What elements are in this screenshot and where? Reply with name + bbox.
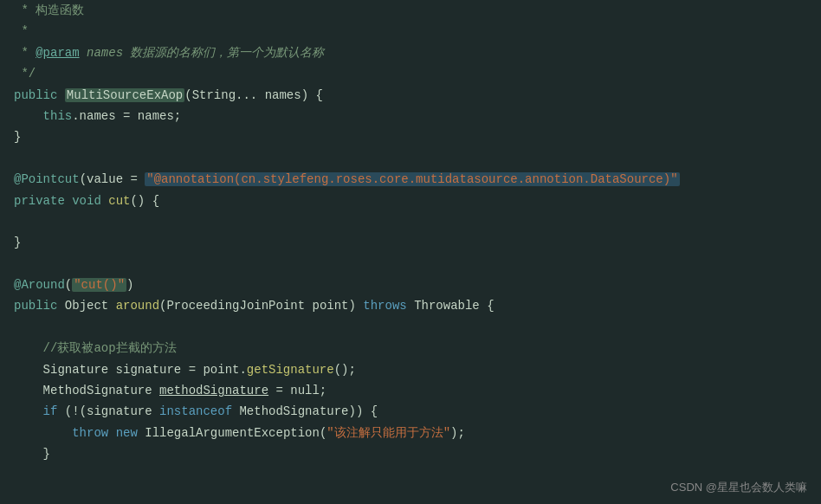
code-line-3: * @param names 数据源的名称们，第一个为默认名称 bbox=[0, 42, 821, 63]
code-line-12: } bbox=[0, 232, 821, 253]
code-line-7: } bbox=[0, 126, 821, 147]
code-line-4: */ bbox=[0, 63, 821, 84]
code-line-9: @Pointcut(value = "@annotation(cn.stylef… bbox=[0, 169, 821, 190]
code-line-6: this.names = names; bbox=[0, 106, 821, 126]
code-line-19: MethodSignature methodSignature = null; bbox=[0, 380, 821, 401]
code-line-18: Signature signature = point.getSignature… bbox=[0, 359, 821, 380]
code-line-15: public Object around(ProceedingJoinPoint… bbox=[0, 295, 821, 316]
code-line-13 bbox=[0, 254, 821, 275]
code-line-1: * 构造函数 bbox=[0, 0, 821, 21]
code-line-14: @Around("cut()") bbox=[0, 275, 821, 295]
watermark: CSDN @星星也会数人类嘛 bbox=[670, 480, 807, 495]
code-line-5: public MultiSourceExAop(String... names)… bbox=[0, 85, 821, 106]
code-line-17: //获取被aop拦截的方法 bbox=[0, 338, 821, 359]
code-line-2: * bbox=[0, 21, 821, 42]
code-line-8 bbox=[0, 148, 821, 169]
code-line-20: if (!(signature instanceof MethodSignatu… bbox=[0, 401, 821, 422]
code-line-22: } bbox=[0, 443, 821, 464]
code-line-21: throw new IllegalArgumentException("该注解只… bbox=[0, 423, 821, 443]
code-container: * 构造函数 * * @param names 数据源的名称们，第一个为默认名称… bbox=[0, 0, 821, 504]
code-line-10: private void cut() { bbox=[0, 191, 821, 211]
code-line-16 bbox=[0, 317, 821, 338]
code-line-11 bbox=[0, 211, 821, 232]
